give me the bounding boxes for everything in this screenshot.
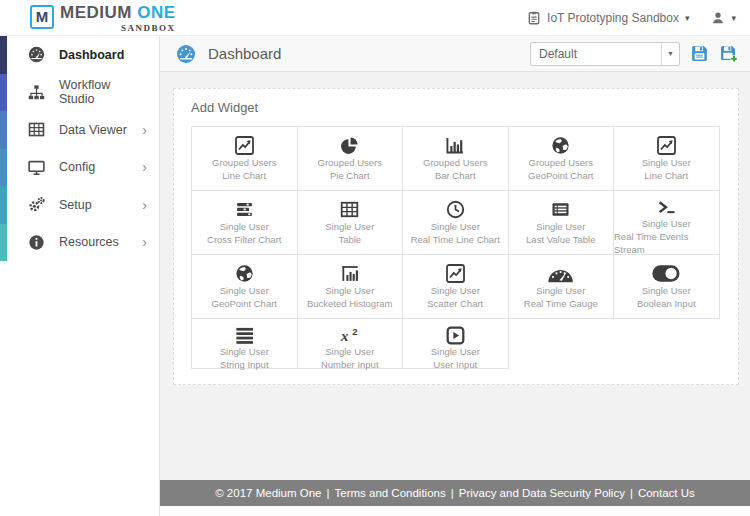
chevron-down-icon: ▾	[731, 13, 736, 23]
sidebar-strip-segment	[0, 111, 7, 149]
dashboard-select-value: Default	[531, 47, 661, 61]
widget-option-single-user-real-time-line-chart[interactable]: Single User Real Time Line Chart	[403, 191, 509, 255]
widget-label-line1: Single User	[431, 284, 480, 297]
brand-logo[interactable]: M MEDIUM ONE SANDBOX	[30, 3, 176, 33]
widget-option-single-user-cross-filter-chart[interactable]: Single User Cross Filter Chart	[192, 191, 298, 255]
footer: © 2017 Medium One|Terms and Conditions|P…	[160, 480, 750, 506]
dashboard-gauge-icon	[176, 44, 196, 64]
user-icon	[711, 11, 725, 25]
svg-text:2: 2	[352, 326, 357, 337]
brand-subtitle: SANDBOX	[60, 23, 176, 33]
add-widget-panel: Add Widget Grouped Users Line Chart Grou…	[173, 88, 739, 385]
widget-option-single-user-string-input[interactable]: Single User String Input	[192, 319, 298, 369]
sliders-icon	[235, 198, 254, 220]
widget-label-line2: Boolean Input	[637, 297, 696, 310]
app-window: M MEDIUM ONE SANDBOX IoT Prototyping San…	[0, 0, 750, 516]
sidebar-item-workflow-studio[interactable]: Workflow Studio ›	[0, 74, 159, 112]
dashboard-select[interactable]: Default ▼	[530, 42, 680, 66]
scatter-icon	[446, 262, 465, 284]
widget-label-line1: Single User	[325, 284, 374, 297]
sidebar-item-dashboard[interactable]: Dashboard ›	[0, 36, 159, 74]
save-dashboard-button[interactable]	[690, 44, 709, 63]
svg-text:x: x	[340, 328, 349, 344]
widget-label-line1: Single User	[536, 284, 585, 297]
save-as-new-dashboard-button[interactable]	[719, 44, 738, 63]
toggle-icon	[651, 262, 681, 284]
widget-option-grouped-users-line-chart[interactable]: Grouped Users Line Chart	[192, 127, 298, 191]
sidebar-item-config[interactable]: Config ›	[0, 149, 159, 187]
widget-option-single-user-table[interactable]: Single User Table	[298, 191, 404, 255]
widget-option-single-user-scatter-chart[interactable]: Single User Scatter Chart	[403, 255, 509, 319]
page-title: Dashboard	[208, 45, 281, 62]
widget-option-grouped-users-pie-chart[interactable]: Grouped Users Pie Chart	[298, 127, 404, 191]
sidebar-strip-segment	[0, 74, 7, 112]
sitemap-icon	[28, 84, 45, 101]
widget-label-line2: Number Input	[321, 358, 379, 371]
footer-separator: |	[326, 487, 329, 499]
chevron-right-icon: ›	[142, 200, 147, 210]
gears-icon	[28, 196, 45, 213]
widget-label-line2: GeoPoint Chart	[528, 169, 593, 182]
footer-link[interactable]: Privacy and Data Security Policy	[459, 487, 625, 499]
table-icon	[28, 121, 45, 138]
widget-option-grouped-users-geopoint-chart[interactable]: Grouped Users GeoPoint Chart	[509, 127, 615, 191]
sidebar-item-setup[interactable]: Setup ›	[0, 186, 159, 224]
widget-label-line1: Single User	[325, 220, 374, 233]
pie-chart-icon	[340, 134, 359, 156]
footer-line: © 2017 Medium One|Terms and Conditions|P…	[215, 487, 695, 499]
sidebar-strip-segment	[0, 224, 7, 262]
x-squared-icon: x2	[339, 326, 360, 345]
widget-option-single-user-real-time-events-stream[interactable]: Single User Real Time Events Stream	[614, 191, 720, 255]
main-area: Dashboard Default ▼ Add Widget Grouped U…	[160, 36, 750, 516]
widget-label-line2: Line Chart	[222, 169, 266, 182]
widget-option-single-user-line-chart[interactable]: Single User Line Chart	[614, 127, 720, 191]
content-area: Add Widget Grouped Users Line Chart Grou…	[160, 72, 750, 480]
widget-option-single-user-user-input[interactable]: Single User User Input	[403, 319, 509, 369]
bottom-strip	[160, 506, 750, 516]
widget-label-line2: Line Chart	[644, 169, 688, 182]
clock-icon	[446, 198, 465, 220]
clipboard-icon	[527, 11, 541, 25]
chevron-down-icon: ▼	[661, 43, 679, 65]
topbar-right: IoT Prototyping Sandbox ▾ ▾	[527, 11, 736, 25]
sidebar-nav: Dashboard › Workflow Studio › Data Viewe…	[0, 36, 159, 261]
sidebar-item-label: Dashboard	[59, 48, 142, 62]
globe-icon	[551, 134, 570, 156]
widget-option-single-user-bucketed-histogram[interactable]: Single User Bucketed Histogram	[298, 255, 404, 319]
desktop-icon	[28, 159, 45, 176]
footer-separator: |	[451, 487, 454, 499]
footer-link[interactable]: Terms and Conditions	[334, 487, 445, 499]
widget-label-line1: Single User	[220, 220, 269, 233]
sidebar-item-label: Data Viewer	[59, 123, 142, 137]
widget-option-single-user-geopoint-chart[interactable]: Single User GeoPoint Chart	[192, 255, 298, 319]
widget-option-grouped-users-bar-chart[interactable]: Grouped Users Bar Chart	[403, 127, 509, 191]
widget-option-single-user-last-value-table[interactable]: Single User Last Value Table	[509, 191, 615, 255]
widget-option-single-user-real-time-gauge[interactable]: Single User Real Time Gauge	[509, 255, 615, 319]
widget-label-line2: Pie Chart	[330, 169, 370, 182]
widget-label-line2: Bar Chart	[435, 169, 476, 182]
widget-label-line2: Real Time Events Stream	[614, 230, 719, 256]
widget-label-line1: Single User	[536, 220, 585, 233]
chevron-right-icon: ›	[142, 125, 147, 135]
brand-text: MEDIUM ONE SANDBOX	[60, 3, 176, 33]
gauge-icon	[28, 46, 45, 63]
sidebar-item-resources[interactable]: Resources ›	[0, 224, 159, 262]
sidebar-item-data-viewer[interactable]: Data Viewer ›	[0, 111, 159, 149]
widget-label-line2: Bucketed Histogram	[307, 297, 393, 310]
widget-label-line2: User Input	[433, 358, 477, 371]
globe-icon	[235, 262, 254, 284]
widget-label-line1: Single User	[431, 345, 480, 358]
widget-option-single-user-number-input[interactable]: x2 Single User Number Input	[298, 319, 404, 369]
user-menu[interactable]: ▾	[711, 11, 736, 25]
widget-label-line2: Cross Filter Chart	[207, 233, 281, 246]
widget-label-line1: Single User	[431, 220, 480, 233]
sidebar-item-label: Setup	[59, 198, 142, 212]
widget-label-line1: Grouped Users	[529, 156, 593, 169]
widget-label-line2: Table	[338, 233, 361, 246]
sandbox-selector[interactable]: IoT Prototyping Sandbox ▾	[527, 11, 689, 25]
widget-grid: Grouped Users Line Chart Grouped Users P…	[191, 126, 720, 369]
footer-link[interactable]: Contact Us	[638, 487, 695, 499]
line-chart-icon	[235, 134, 254, 156]
widget-option-single-user-boolean-input[interactable]: Single User Boolean Input	[614, 255, 720, 319]
topbar: M MEDIUM ONE SANDBOX IoT Prototyping San…	[0, 0, 750, 36]
